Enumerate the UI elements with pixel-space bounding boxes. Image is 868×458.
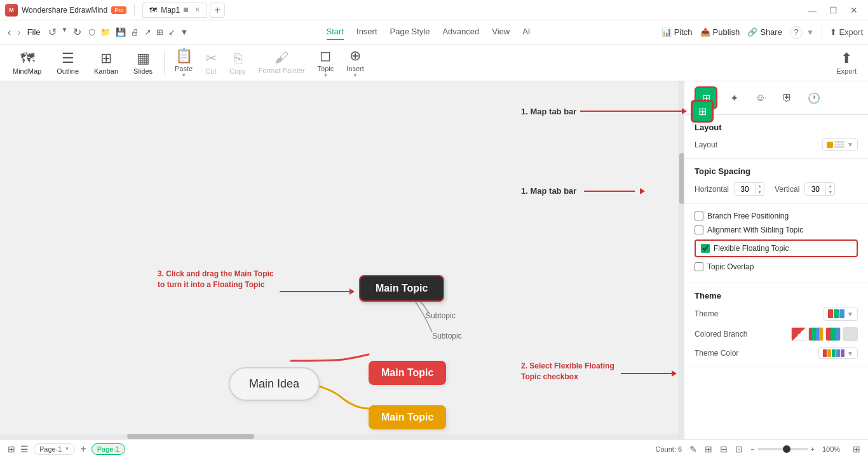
toolbar-icon-5[interactable]: ↗ <box>142 26 153 38</box>
menu-tab-pagestyle[interactable]: Page Style <box>390 24 430 40</box>
cut-button[interactable]: ✂ Cut <box>199 46 223 79</box>
copy-button[interactable]: ⎘ Copy <box>223 46 252 79</box>
topic-dropdown[interactable]: ▼ <box>323 72 328 78</box>
copy-icon: ⎘ <box>234 50 242 67</box>
subtopic2-node[interactable]: Subtopic <box>432 332 462 340</box>
theme-dropdown-arrow[interactable]: ▼ <box>847 311 853 318</box>
outline-label: Outline <box>57 67 79 75</box>
horizontal-down[interactable]: ▼ <box>756 189 764 195</box>
add-tab-button[interactable]: + <box>210 3 225 18</box>
toolbar-icon-4[interactable]: 🖨 <box>129 26 141 38</box>
subtopic1-node[interactable]: Subtopic <box>426 311 456 320</box>
undo-dropdown[interactable]: ▼ <box>60 25 69 39</box>
export-button[interactable]: ⬆ Export <box>830 27 863 37</box>
annotation1-arrow <box>280 288 355 295</box>
zoom-minus[interactable]: − <box>750 445 754 453</box>
status-icon-2[interactable]: ☰ <box>20 444 29 454</box>
fullscreen-icon[interactable]: ⊡ <box>735 444 743 454</box>
toolbar-icon-8[interactable]: ▼ <box>179 26 191 38</box>
tab-close-icon[interactable]: ✕ <box>194 6 200 14</box>
kanban-button[interactable]: ⊞ Kanban <box>86 46 126 79</box>
map-tab[interactable]: 🗺 Map1 ✕ <box>142 3 207 18</box>
nav-back-button[interactable]: ‹ <box>5 25 13 39</box>
slides-button[interactable]: ▦ Slides <box>126 46 160 79</box>
nav-forward-button[interactable]: › <box>15 25 23 39</box>
insert-dropdown[interactable]: ▼ <box>353 72 358 78</box>
help-button[interactable]: ? <box>790 26 803 39</box>
horizontal-up[interactable]: ▲ <box>756 183 764 189</box>
file-menu-button[interactable]: File <box>27 27 41 37</box>
menu-tab-start[interactable]: Start <box>327 24 344 40</box>
toolbar-icon-1[interactable]: ⬡ <box>86 26 97 38</box>
toolbar-icon-7[interactable]: ↙ <box>166 26 177 38</box>
insert-button[interactable]: ⊕ Insert ▼ <box>340 44 370 82</box>
menu-tab-ai[interactable]: AI <box>522 24 530 40</box>
status-icon-1[interactable]: ⊞ <box>8 444 15 454</box>
undo-button[interactable]: ↺ <box>46 25 59 39</box>
fit-icon[interactable]: ⊞ <box>853 444 860 454</box>
minimize-button[interactable]: — <box>803 4 822 17</box>
vertical-scrollbar[interactable] <box>679 81 684 439</box>
vertical-down[interactable]: ▼ <box>826 189 834 195</box>
page-tab2-active[interactable]: Page-1 <box>92 443 125 455</box>
layout-selector[interactable]: ▼ <box>822 138 858 151</box>
pitch-button[interactable]: Pitch <box>674 27 693 37</box>
menu-tab-view[interactable]: View <box>492 24 510 40</box>
share-button[interactable]: Share <box>760 27 782 37</box>
layout-dropdown-arrow[interactable]: ▼ <box>847 141 853 148</box>
theme-color-dropdown[interactable]: ▼ <box>847 350 853 357</box>
colored-branch-option3[interactable] <box>825 327 841 341</box>
theme-color-selector[interactable]: ▼ <box>818 347 858 359</box>
main-idea-node[interactable]: Main Idea <box>229 367 320 401</box>
vertical-scrollbar-thumb[interactable] <box>679 153 684 204</box>
flexible-floating-checkbox[interactable] <box>701 244 710 253</box>
panel-tab-emoji[interactable]: ☺ <box>750 88 771 108</box>
close-button[interactable]: ✕ <box>845 4 863 17</box>
colored-branch-option4[interactable] <box>843 327 858 341</box>
zoom-plus[interactable]: + <box>811 445 815 453</box>
vertical-input[interactable] <box>805 184 825 195</box>
vertical-up[interactable]: ▲ <box>826 183 834 189</box>
alignment-checkbox[interactable] <box>695 226 703 234</box>
topic-overlap-checkbox[interactable] <box>695 262 703 271</box>
paste-dropdown[interactable]: ▼ <box>181 72 186 78</box>
settings-dropdown[interactable]: ▼ <box>806 28 814 37</box>
export-toolbar-button[interactable]: ⬆ Export <box>830 46 863 79</box>
main-topic-dark-node[interactable]: Main Topic <box>359 275 444 302</box>
edit-icon[interactable]: ✎ <box>689 444 697 454</box>
horizontal-scrollbar[interactable] <box>0 434 679 439</box>
main-topic-red-node[interactable]: Main Topic <box>369 361 446 385</box>
toolbar-icon-6[interactable]: ⊞ <box>154 26 165 38</box>
paste-button[interactable]: 📋 Paste ▼ <box>168 44 199 82</box>
colored-branch-option1[interactable] <box>791 327 806 341</box>
horizontal-input[interactable] <box>735 184 755 195</box>
canvas-area[interactable]: 3. Click and drag the Main Topic to turn… <box>0 81 684 439</box>
annotation-drag-topic: 3. Click and drag the Main Topic to turn… <box>158 269 278 290</box>
add-page-button[interactable]: + <box>80 443 86 455</box>
menu-tab-insert[interactable]: Insert <box>356 24 377 40</box>
theme-selector[interactable]: ▼ <box>824 307 858 321</box>
colored-branch-option2[interactable] <box>808 327 824 341</box>
split-view-icon[interactable]: ⊟ <box>720 444 728 454</box>
main-topic-orange-node[interactable]: Main Topic <box>369 405 446 429</box>
zoom-slider-area[interactable]: − + <box>750 445 815 453</box>
panel-tab-clock[interactable]: 🕐 <box>804 88 824 108</box>
publish-button[interactable]: Publish <box>713 27 740 37</box>
panel-tab-sparkle[interactable]: ✦ <box>724 88 744 108</box>
menu-tab-advanced[interactable]: Advanced <box>442 24 479 40</box>
panel-tab-shield[interactable]: ⛨ <box>777 88 797 108</box>
outline-button[interactable]: ☰ Outline <box>49 46 86 79</box>
page-tab1-dropdown[interactable]: ▼ <box>64 446 69 452</box>
format-painter-button[interactable]: 🖌 Format Painter <box>252 46 311 79</box>
page-tab1-inactive[interactable]: Page-1 ▼ <box>34 443 75 455</box>
grid-view-icon[interactable]: ⊞ <box>705 444 712 454</box>
horizontal-scrollbar-thumb[interactable] <box>127 434 254 439</box>
mindmap-button[interactable]: 🗺 MindMap <box>5 46 49 79</box>
maximize-button[interactable]: ☐ <box>824 4 843 17</box>
redo-button[interactable]: ↻ <box>71 25 84 39</box>
topic-button[interactable]: ◻ Topic ▼ <box>311 44 341 82</box>
branch-free-checkbox[interactable] <box>695 212 703 220</box>
cut-icon: ✂ <box>205 50 217 67</box>
toolbar-icon-3[interactable]: 💾 <box>114 26 128 38</box>
toolbar-icon-2[interactable]: 📁 <box>98 26 112 38</box>
